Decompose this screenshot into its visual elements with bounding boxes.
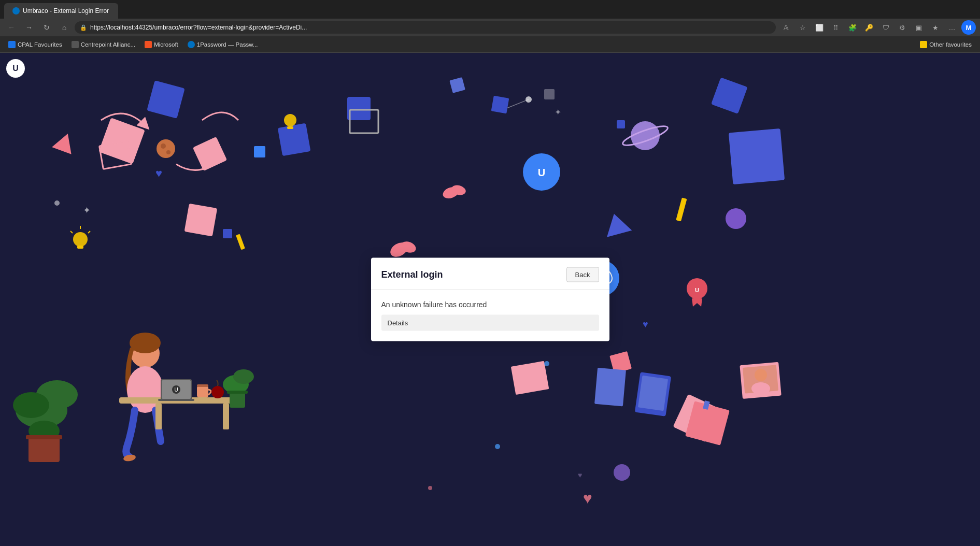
back-button[interactable]: Back: [566, 267, 599, 282]
other-favourites[interactable]: Other favourites: [916, 39, 976, 50]
details-label: Details: [388, 319, 408, 327]
active-tab[interactable]: Umbraco - External Login Error: [4, 3, 118, 19]
umbraco-logo: U: [6, 59, 25, 78]
svg-point-42: [450, 184, 467, 197]
card-title: External login: [381, 269, 443, 280]
svg-rect-27: [254, 146, 265, 157]
more-menu-icon[interactable]: …: [945, 20, 959, 35]
svg-rect-3: [711, 77, 747, 113]
svg-rect-86: [638, 376, 668, 411]
svg-point-30: [726, 208, 746, 229]
svg-text:♥: ♥: [583, 490, 592, 507]
svg-text:♥: ♥: [578, 471, 582, 479]
svg-rect-68: [197, 384, 208, 387]
svg-point-89: [525, 96, 532, 103]
svg-point-24: [284, 114, 296, 126]
nav-bar: ← → ↻ ⌂ 🔒 https://localhost:44325/umbrac…: [0, 19, 980, 36]
profile-icon[interactable]: M: [961, 20, 976, 35]
svg-rect-59: [119, 397, 238, 404]
svg-point-72: [13, 392, 49, 418]
svg-rect-63: [162, 380, 191, 399]
svg-rect-8: [673, 394, 721, 442]
svg-point-35: [523, 153, 560, 191]
svg-point-83: [755, 369, 767, 381]
login-card: External login Back An unknown failure h…: [371, 258, 609, 341]
svg-point-58: [123, 454, 136, 462]
read-aloud-icon[interactable]: 𝔸: [779, 20, 793, 35]
svg-rect-74: [29, 436, 60, 462]
svg-point-47: [544, 361, 549, 366]
home-button[interactable]: ⌂: [57, 20, 72, 35]
svg-rect-50: [676, 197, 687, 221]
svg-point-73: [29, 421, 60, 441]
bookmark-1password[interactable]: 1Password — Passw...: [183, 39, 262, 50]
svg-point-32: [631, 121, 660, 150]
svg-point-48: [495, 444, 500, 449]
collections-icon[interactable]: ⬜: [812, 20, 827, 35]
address-text: https://localhost:44325/umbraco/error?fl…: [90, 24, 771, 31]
favourites-icon[interactable]: ★: [928, 20, 943, 35]
svg-point-64: [172, 385, 180, 394]
card-body: An unknown failure has occurred Details: [371, 290, 609, 341]
bookmark-centrepoint[interactable]: Centrepoint Allianc...: [67, 39, 139, 50]
svg-rect-91: [491, 96, 509, 114]
svg-point-44: [161, 143, 166, 149]
apps-icon[interactable]: ⠿: [829, 20, 843, 35]
svg-rect-79: [227, 391, 248, 394]
svg-rect-13: [594, 368, 626, 407]
svg-rect-9: [609, 351, 632, 373]
address-bar[interactable]: 🔒 https://localhost:44325/umbraco/error?…: [75, 21, 776, 34]
tab-title: Umbraco - External Login Error: [23, 7, 110, 15]
svg-rect-20: [77, 246, 83, 249]
centrepoint-favicon: [72, 41, 79, 48]
svg-rect-26: [223, 229, 232, 238]
svg-rect-92: [449, 77, 465, 93]
svg-rect-85: [635, 372, 671, 416]
bookmark-cpal-label: CPAL Favourites: [18, 41, 62, 48]
bookmark-cpal[interactable]: CPAL Favourites: [4, 39, 66, 50]
svg-rect-61: [223, 404, 229, 429]
svg-rect-62: [161, 379, 192, 400]
svg-rect-6: [193, 137, 227, 171]
split-screen-icon[interactable]: ▣: [912, 20, 926, 35]
svg-rect-75: [26, 435, 62, 439]
svg-point-41: [442, 185, 461, 200]
svg-point-56: [130, 333, 161, 353]
page-content: U ♥ ♥ ♥ ✦ ✦: [0, 53, 980, 546]
extension3-icon[interactable]: 🛡: [878, 20, 893, 35]
svg-rect-88: [703, 400, 710, 410]
svg-rect-87: [685, 401, 730, 446]
svg-point-55: [131, 339, 160, 368]
svg-point-39: [388, 240, 410, 260]
bookmark-microsoft[interactable]: Microsoft: [140, 39, 182, 50]
forward-nav-button[interactable]: →: [22, 20, 36, 35]
svg-point-43: [157, 139, 175, 158]
bookmark-microsoft-label: Microsoft: [154, 41, 178, 48]
tab-favicon: [12, 7, 20, 15]
svg-text:U: U: [538, 167, 545, 178]
tab-bar: Umbraco - External Login Error: [0, 0, 980, 19]
microsoft-favicon: [145, 41, 152, 48]
back-nav-button[interactable]: ←: [4, 20, 19, 35]
svg-rect-29: [617, 120, 625, 128]
svg-rect-4: [729, 128, 785, 184]
extension2-icon[interactable]: 🔑: [862, 20, 876, 35]
other-favourites-label: Other favourites: [929, 41, 972, 48]
svg-rect-0: [147, 80, 184, 118]
extension4-icon[interactable]: ⚙: [895, 20, 910, 35]
details-disclosure[interactable]: Details: [381, 315, 599, 331]
svg-point-70: [16, 392, 67, 428]
error-message: An unknown failure has occurred: [381, 300, 599, 309]
card-container: External login Back An unknown failure h…: [371, 258, 609, 341]
details-summary[interactable]: Details: [381, 315, 599, 331]
svg-point-40: [399, 239, 417, 254]
refresh-button[interactable]: ↻: [39, 20, 54, 35]
svg-point-31: [614, 464, 630, 481]
extension1-icon[interactable]: 🧩: [845, 20, 860, 35]
svg-point-45: [166, 150, 171, 154]
bookmark-centrepoint-label: Centrepoint Allianc...: [81, 41, 135, 48]
svg-line-90: [503, 99, 529, 110]
star-icon[interactable]: ☆: [796, 20, 810, 35]
svg-rect-81: [740, 362, 781, 399]
svg-point-37: [687, 278, 707, 299]
